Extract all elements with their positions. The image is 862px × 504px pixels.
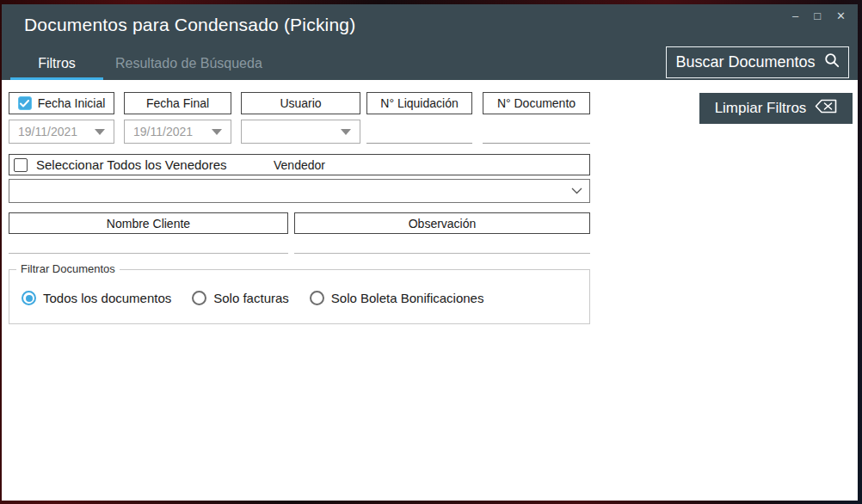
fecha-final-header: Fecha Final [124,92,231,114]
radio-facturas-label: Solo facturas [213,291,289,305]
radio-icon [192,291,206,305]
observacion-input[interactable] [294,231,590,254]
close-button[interactable]: ✕ [836,9,846,23]
usuario-header: Usuario [241,92,360,114]
select-all-vendors-row: Seleccionar Todos los Venedores Vendedor [9,154,590,175]
documento-input[interactable] [483,121,590,144]
chevron-down-icon [571,187,582,194]
chevron-down-icon [95,129,105,135]
nombre-cliente-input[interactable] [9,231,288,254]
liquidacion-header: N° Liquidación [366,92,472,114]
chevron-down-icon [341,129,351,135]
usuario-label: Usuario [280,96,321,110]
minimize-button[interactable]: – [792,9,798,23]
window-title: Documentos para Condensado (Picking) [24,15,355,35]
documento-label: N° Documento [497,96,576,110]
filtrar-documentos-title: Filtrar Documentos [16,262,120,275]
select-all-vendors-checkbox[interactable] [14,158,28,172]
nombre-cliente-label: Nombre Cliente [107,217,190,230]
fecha-inicial-header[interactable]: Fecha Inicial [9,92,114,114]
radio-icon [22,291,36,305]
fecha-inicial-value: 19/11/2021 [18,125,77,138]
fecha-inicial-datepicker[interactable]: 19/11/2021 [9,120,114,144]
liquidacion-label: N° Liquidación [380,96,458,110]
filters-panel: Fecha Inicial Fecha Final Usuario N° Liq… [2,80,858,501]
maximize-button[interactable]: □ [814,9,821,23]
radio-solo-facturas[interactable]: Solo facturas [192,291,289,305]
app-window: Documentos para Condensado (Picking) – □… [2,4,858,501]
buscar-documentos-label: Buscar Documentos [675,53,815,71]
search-icon [824,52,840,72]
tab-bar: Filtros Resultado de Búsqueda [9,51,273,80]
fecha-inicial-label: Fecha Inicial [38,96,106,110]
document-type-radios: Todos los documentos Solo facturas Solo … [22,291,496,305]
radio-boleta-label: Solo Boleta Bonificaciones [331,291,484,305]
title-bar: Documentos para Condensado (Picking) – □… [2,4,858,80]
observacion-label: Observación [409,217,477,230]
usuario-dropdown[interactable] [241,120,360,144]
backspace-icon [815,99,837,118]
radio-icon [310,291,324,305]
fecha-final-value: 19/11/2021 [133,125,193,138]
tab-filtros[interactable]: Filtros [9,51,105,80]
window-controls: – □ ✕ [792,9,846,23]
limpiar-filtros-button[interactable]: Limpiar Filtros [699,93,853,124]
documento-header: N° Documento [483,92,590,114]
radio-todos-los-documentos[interactable]: Todos los documentos [22,291,171,305]
liquidacion-input[interactable] [366,121,472,144]
vendedor-label: Vendedor [274,158,325,172]
vendedor-dropdown[interactable] [9,179,590,203]
tab-resultado-busqueda[interactable]: Resultado de Búsqueda [105,51,273,80]
chevron-down-icon [212,129,222,135]
radio-solo-boleta-bonificaciones[interactable]: Solo Boleta Bonificaciones [310,291,484,305]
buscar-documentos-button[interactable]: Buscar Documentos [666,46,849,78]
filtrar-documentos-group: Filtrar Documentos Todos los documentos … [9,269,590,324]
select-all-vendors-label: Seleccionar Todos los Venedores [36,157,227,172]
fecha-final-label: Fecha Final [146,96,209,110]
fecha-final-datepicker[interactable]: 19/11/2021 [124,120,231,144]
limpiar-filtros-label: Limpiar Filtros [715,100,807,117]
radio-todos-label: Todos los documentos [43,291,171,305]
fecha-inicial-checkbox[interactable] [18,96,32,110]
